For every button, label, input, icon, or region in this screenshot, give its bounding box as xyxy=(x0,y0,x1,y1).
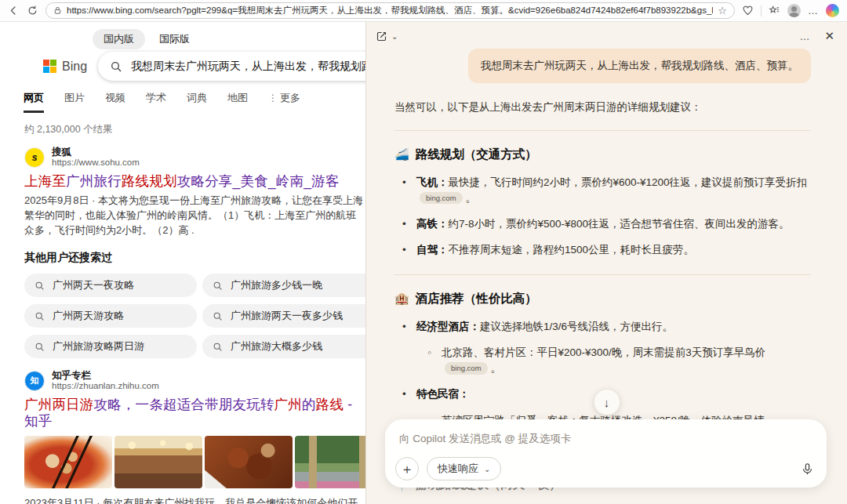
sohu-favicon: s xyxy=(24,147,45,168)
title-segment: 广州 xyxy=(274,397,302,412)
toolbar-divider xyxy=(761,5,762,16)
section-divider xyxy=(394,130,811,131)
browser-menu-icon[interactable]: … xyxy=(808,5,819,16)
tab-label: 地图 xyxy=(227,91,248,105)
section-title: 🚄路线规划（交通方式） xyxy=(394,147,811,163)
section-title-text: 路线规划（交通方式） xyxy=(416,147,537,163)
citation-pill[interactable]: bing.com xyxy=(445,362,488,375)
back-icon[interactable] xyxy=(8,5,20,16)
user-message-bubble: 我想周末去广州玩两天，从上海出发，帮我规划路线、酒店、预算。 xyxy=(468,49,811,83)
search-icon xyxy=(35,342,45,352)
serp-nav-tabs: 网页图片视频学术词典地图⋮更多 xyxy=(24,91,365,113)
new-chat-icon xyxy=(376,31,387,42)
bullet-text: 自驾：不推荐周末短途，路程约1500公里，耗时长且疲劳。 xyxy=(416,242,694,258)
search-icon xyxy=(35,281,45,291)
new-chat-button[interactable]: ⌄ xyxy=(376,31,398,42)
bing-logo[interactable]: Bing xyxy=(43,60,87,74)
bullet-item: •高铁：约7-8小时，票价约¥500-¥800往返，适合想节省住宿、夜间出发的游… xyxy=(402,216,811,232)
search-input[interactable]: 我想周末去广州玩两天，从上海出发，帮我规划路线、酒店、预算。 xyxy=(98,52,365,81)
thumbnail-restaurant-hall[interactable] xyxy=(115,436,202,488)
tab-词典[interactable]: 词典 xyxy=(187,91,207,113)
bullet-term: 经济型酒店： xyxy=(416,321,480,332)
favorites-bar-icon[interactable] xyxy=(769,5,780,16)
thumbnail-roast-goose[interactable] xyxy=(205,436,293,488)
profile-avatar[interactable] xyxy=(787,4,801,17)
copilot-icon[interactable] xyxy=(826,4,839,17)
search-result-zhihu-snippet: 2023年3月11日 · 每次有朋友来广州找我玩，我总是会懊恼该如何令他们开心的… xyxy=(24,496,365,504)
browser-toolbar: https://www.bing.com/search?pglt=299&q=我… xyxy=(0,0,847,22)
scroll-down-button[interactable]: ↓ xyxy=(594,389,620,415)
section-title: 🏨酒店推荐（性价比高） xyxy=(394,291,811,307)
tab-地图[interactable]: 地图 xyxy=(227,91,248,113)
search-query-text: 我想周末去广州玩两天，从上海出发，帮我规划路线、酒店、预算。 xyxy=(131,60,365,74)
site-name: 搜狐 xyxy=(52,147,140,158)
region-tabs: 国内版 国际版 xyxy=(93,29,365,49)
bullet-term: 高铁： xyxy=(416,218,449,230)
bing-serp-page: 国内版 国际版 Bing 我想周末去广州玩两天，从上海出发，帮我规划路线、酒店、… xyxy=(0,22,365,504)
tab-label: 图片 xyxy=(64,91,85,105)
tab-图片[interactable]: 图片 xyxy=(64,91,85,113)
related-searches: 广州两天一夜攻略广州旅游多少钱一晚广州两天游攻略广州旅游两天一夜多少钱广州旅游攻… xyxy=(24,274,365,358)
result-snippet: 2023年3月11日 · 每次有朋友来广州找我玩，我总是会懊恼该如何令他们开心的… xyxy=(24,496,364,504)
microphone-icon[interactable] xyxy=(801,462,814,476)
bullet-marker: • xyxy=(402,216,416,232)
quick-response-dropdown[interactable]: 快速响应 ⌄ xyxy=(427,457,501,480)
tab-domestic[interactable]: 国内版 xyxy=(93,29,145,49)
tab-网页[interactable]: 网页 xyxy=(24,91,44,113)
title-segment: 攻略，一条超适合带朋友玩转 xyxy=(94,397,274,412)
title-segment: 上海至 xyxy=(24,173,66,189)
tab-label: 网页 xyxy=(24,91,44,105)
thumbnail-chicken-feet-dish[interactable] xyxy=(24,436,112,488)
search-result-sohu: s 搜狐 https://www.sohu.com 上海至广州旅行路线规划攻略分… xyxy=(24,147,365,238)
search-icon xyxy=(110,60,122,73)
bullet-marker: • xyxy=(402,175,416,207)
tab-学术[interactable]: 学术 xyxy=(146,91,166,113)
kebab-icon: ⋮ xyxy=(268,92,278,103)
url-text: https://www.bing.com/search?pglt=299&q=我… xyxy=(67,5,713,16)
result-title-link[interactable]: 上海至广州旅行路线规划攻略分享_美食_岭南_游客 xyxy=(24,173,365,190)
related-search-pill[interactable]: 广州旅游多少钱一晚 xyxy=(202,274,365,297)
tab-视频[interactable]: 视频 xyxy=(105,91,125,113)
panel-more-icon[interactable]: … xyxy=(799,31,810,42)
bullet-term: 自驾： xyxy=(416,244,449,256)
title-segment: 路线规划 xyxy=(122,173,177,189)
section-title-text: 酒店推荐（性价比高） xyxy=(416,291,537,307)
address-bar[interactable]: https://www.bing.com/search?pglt=299&q=我… xyxy=(45,2,735,19)
favorite-star-icon[interactable]: ☆ xyxy=(718,5,727,16)
related-search-pill[interactable]: 广州两天游攻略 xyxy=(24,304,197,328)
citation-pill[interactable]: bing.com xyxy=(420,192,463,205)
chat-composer[interactable]: 向 Copilot 发送消息或 @ 提及选项卡 ＋ 快速响应 ⌄ xyxy=(385,419,827,488)
tab-international[interactable]: 国际版 xyxy=(158,29,191,49)
thumbnail-park-entrance[interactable] xyxy=(295,436,365,488)
related-search-pill[interactable]: 广州两天一夜攻略 xyxy=(24,274,197,297)
related-search-pill[interactable]: 广州旅游两天一夜多少钱 xyxy=(202,304,365,328)
refresh-icon[interactable] xyxy=(27,5,38,16)
window-content: 国内版 国际版 Bing 我想周末去广州玩两天，从上海出发，帮我规划路线、酒店、… xyxy=(0,22,847,504)
result-title-link[interactable]: 广州两日游攻略，一条超适合带朋友玩转广州的路线 - 知乎 xyxy=(24,397,365,431)
bullet-term: 飞机： xyxy=(416,176,449,188)
browser-essentials-icon[interactable] xyxy=(742,5,754,16)
results-count: 约 2,130,000 个结果 xyxy=(24,123,365,136)
result-snippet: 2025年9月8日 · 本文将为您呈现一份上海至广州旅游攻略，让您在享受上海繁华… xyxy=(24,194,364,238)
result-header: 知 知乎专栏 https://zhuanlan.zhihu.com xyxy=(24,370,365,392)
bullet-marker: • xyxy=(402,319,416,335)
related-search-label: 广州两天一夜攻略 xyxy=(53,278,134,292)
related-search-pill[interactable]: 广州旅游大概多少钱 xyxy=(202,335,365,358)
related-search-label: 广州旅游攻略两日游 xyxy=(53,339,144,354)
related-search-pill[interactable]: 广州旅游攻略两日游 xyxy=(24,335,197,358)
bullet-text: 经济型酒店：建议选择地铁1/3/6号线沿线，方便出行。 xyxy=(416,319,673,335)
related-searches-heading: 其他用户还搜索过 xyxy=(24,251,365,265)
related-search-label: 广州两天游攻略 xyxy=(53,309,124,323)
close-icon[interactable]: ✕ xyxy=(824,29,834,43)
search-header: Bing 我想周末去广州玩两天，从上海出发，帮我规划路线、酒店、预算。 xyxy=(0,52,365,81)
zhihu-favicon: 知 xyxy=(24,371,45,391)
bullet-text: 特色民宿： xyxy=(416,386,470,402)
lock-icon xyxy=(53,6,62,15)
add-attachment-button[interactable]: ＋ xyxy=(395,457,419,480)
sub-bullet-item: ◦北京路、客村片区：平日¥200-¥300/晚，周末需提前3天预订享早鸟价bin… xyxy=(427,345,811,377)
tab-更多[interactable]: ⋮更多 xyxy=(268,91,300,113)
copilot-panel-header: ⌄ … ✕ xyxy=(366,22,847,43)
bullet-item: •经济型酒店：建议选择地铁1/3/6号线沿线，方便出行。 xyxy=(402,319,811,335)
tab-label: 学术 xyxy=(146,91,166,105)
title-segment: 广州旅行 xyxy=(66,173,122,189)
